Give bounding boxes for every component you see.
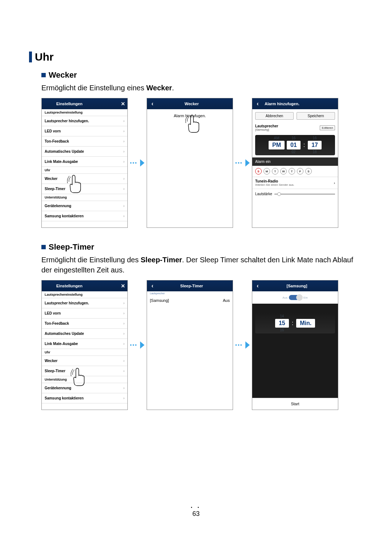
item-add-speaker[interactable]: Lautsprecher hinzufugen.›	[42, 298, 127, 308]
h2-marker	[41, 245, 46, 249]
chevron-right-icon: ›	[123, 301, 124, 305]
chevron-right-icon: ›	[123, 187, 124, 191]
item-sleep-timer[interactable]: Sleep-Timer›	[42, 366, 127, 376]
chevron-right-icon: ›	[123, 139, 124, 143]
cancel-button[interactable]: Abbrechen	[255, 112, 294, 120]
toggle-on-label: Ein	[303, 296, 308, 299]
item-device-id[interactable]: Gerätekennung›	[42, 201, 127, 211]
item-led[interactable]: LED vorn›	[42, 126, 127, 136]
time-colon: :	[291, 319, 294, 328]
chevron-right-icon: ›	[123, 160, 124, 164]
chevron-right-icon: ›	[123, 311, 124, 315]
section-uhr: Uhr	[42, 167, 127, 174]
day-w[interactable]: W	[280, 168, 287, 175]
wecker-title: Wecker	[158, 102, 233, 106]
item-wecker[interactable]: Wecker›	[42, 356, 127, 366]
sleep-timer-list-screen: ‹ Sleep-Timer Lautsprecher [Samsung] Aus	[147, 280, 233, 410]
back-icon[interactable]: ‹	[147, 98, 158, 109]
day-f[interactable]: F	[297, 168, 303, 175]
item-auto-update[interactable]: Automatisches Update›	[42, 329, 127, 339]
chevron-right-icon: ›	[123, 119, 124, 123]
minute-picker[interactable]: 14 15 16 : - Min. -	[255, 313, 335, 333]
item-linkmate[interactable]: Link Mate-Ausgabe›	[42, 157, 127, 167]
day-t[interactable]: T	[272, 168, 278, 175]
desc-pre: Ermöglicht die Einstellung des	[41, 256, 140, 264]
wecker-flow-row: Einstellungen ✕ Lautsprechereinstellung …	[41, 98, 363, 228]
start-button[interactable]: Start	[252, 398, 338, 410]
hour-selected: 01	[287, 141, 301, 149]
item-contact[interactable]: Samsung kontaktieren›	[42, 211, 127, 221]
edit-button[interactable]: Editieren	[320, 126, 335, 130]
am-label: AM	[274, 136, 279, 141]
day-m[interactable]: M	[264, 168, 270, 175]
volume-slider[interactable]	[274, 194, 335, 194]
timer-toggle[interactable]: Aus Ein	[252, 291, 338, 304]
back-icon[interactable]: ‹	[252, 98, 263, 109]
item-linkmate[interactable]: Link Mate-Ausgabe›	[42, 339, 127, 349]
close-icon[interactable]: ✕	[121, 101, 125, 107]
chevron-right-icon: ›	[123, 369, 124, 373]
day-s[interactable]: S	[255, 168, 262, 175]
chevron-right-icon: ›	[123, 321, 124, 325]
chevron-right-icon: ›	[123, 396, 124, 400]
back-icon[interactable]: ‹	[252, 280, 263, 291]
item-contact[interactable]: Samsung kontaktieren›	[42, 393, 127, 403]
sleep-description: Ermöglicht die Einstellung des Sleep-Tim…	[41, 255, 363, 275]
min-prev: 16	[313, 136, 317, 141]
h2-marker	[41, 73, 46, 77]
chevron-right-icon: ›	[123, 332, 124, 336]
section-support: Unterstützung	[42, 376, 127, 383]
time-picker[interactable]: AM PM - 16 01 02 : 16 17 18	[255, 135, 335, 155]
desc-pre: Ermöglicht die Einstellung eines	[41, 84, 146, 92]
chevron-right-icon: ›	[123, 204, 124, 208]
add-alarm-screen: ‹ Alarm hinzufugen. Abbrechen Speichern …	[252, 98, 338, 228]
day-selector: S M T W T F S	[252, 166, 338, 177]
volume-thumb[interactable]	[277, 192, 281, 196]
item-tone[interactable]: Ton-Feedback›	[42, 319, 127, 329]
back-icon[interactable]: ‹	[147, 280, 158, 291]
page-number-value: 63	[0, 510, 392, 518]
item-wecker[interactable]: Wecker›	[42, 174, 127, 184]
min-next: 16	[280, 328, 284, 333]
item-tone[interactable]: Ton-Feedback›	[42, 136, 127, 147]
item-device-id[interactable]: Gerätekennung›	[42, 383, 127, 393]
alarm-on-label: Alarm ein	[252, 157, 338, 166]
close-icon[interactable]: ✕	[121, 283, 125, 289]
section-speaker: Lautsprechereinstellung	[42, 291, 127, 298]
min-selected: 17	[308, 141, 322, 149]
section-uhr: Uhr	[42, 349, 127, 356]
radio-sub: Wählen Sie einen Sender aus.	[255, 183, 294, 186]
settings-screen: Einstellungen ✕ Lautsprechereinstellung …	[41, 98, 128, 228]
chevron-right-icon: ›	[123, 177, 124, 181]
min-selected: 15	[275, 319, 289, 328]
flow-arrow-icon	[235, 341, 250, 349]
hour-next: 02	[291, 149, 295, 155]
toggle-switch[interactable]	[289, 295, 302, 300]
flow-arrow-icon	[235, 159, 250, 167]
item-sleep-timer[interactable]: Sleep-Timer›	[42, 184, 127, 194]
wecker-description: Ermöglicht die Einstellung eines Wecker.	[41, 83, 363, 93]
toggle-off-label: Aus	[282, 296, 287, 299]
heading-uhr: Uhr	[35, 51, 54, 63]
speaker-label: Lautsprecher	[255, 124, 278, 128]
save-button[interactable]: Speichern	[297, 112, 335, 120]
chevron-right-icon: ›	[123, 129, 124, 133]
item-led[interactable]: LED vorn›	[42, 308, 127, 319]
add-alarm-title: Alarm hinzufugen.	[263, 102, 338, 106]
heading-sleep-timer: Sleep-Timer	[49, 242, 94, 252]
settings-screen-2: Einstellungen ✕ Lautsprechereinstellung …	[41, 280, 128, 410]
speaker-section: Lautsprecher	[147, 291, 233, 295]
time-colon: :	[303, 141, 306, 149]
day-t2[interactable]: T	[289, 168, 295, 175]
speaker-row[interactable]: [Samsung] Aus	[147, 295, 233, 305]
chevron-right-icon: ›	[123, 359, 124, 363]
tunein-radio-row[interactable]: Tunein-Radio Wählen Sie einen Sender aus…	[252, 177, 338, 189]
day-s2[interactable]: S	[305, 168, 312, 175]
heading-wecker: Wecker	[49, 70, 77, 80]
item-add-speaker[interactable]: Lautsprecher hinzufugen.›	[42, 116, 127, 126]
add-alarm-link[interactable]: Alarm hinzufugen.	[147, 109, 233, 122]
sleep-flow-row: Einstellungen ✕ Lautsprechereinstellung …	[41, 280, 363, 410]
section-support: Unterstützung	[42, 194, 127, 201]
item-auto-update[interactable]: Automatisches Update›	[42, 147, 127, 157]
h1-marker	[29, 52, 32, 62]
